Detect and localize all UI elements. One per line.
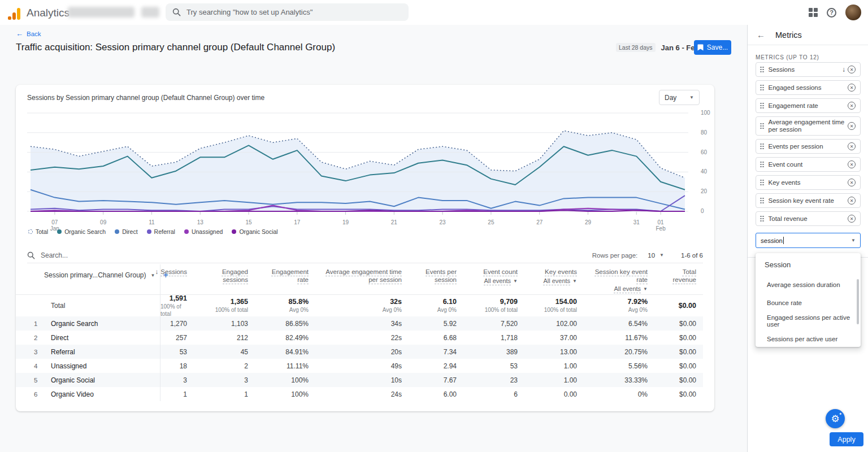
drag-handle-icon[interactable]	[760, 103, 764, 109]
metric-option[interactable]: Engaged sessions per active user	[767, 312, 855, 330]
table-row[interactable]: 1Organic Search1,2701,10386.85%34s5.927,…	[16, 316, 703, 331]
remove-metric-icon[interactable]: ✕	[848, 102, 856, 110]
column-header-key-events[interactable]: Key eventsAll events▼	[518, 264, 577, 294]
channel-name[interactable]: Organic Video	[46, 387, 160, 401]
dimension-selector[interactable]: Session primary...Channel Group) ▼ +	[44, 270, 168, 280]
drag-handle-icon[interactable]	[760, 123, 764, 129]
metric-option[interactable]: Average session duration	[767, 276, 855, 294]
insights-fab[interactable]: ⚙ ✦	[826, 409, 845, 428]
row-number: 2	[27, 331, 46, 345]
metric-option[interactable]: Bounce rate	[767, 294, 855, 312]
help-icon[interactable]: ?	[827, 8, 836, 18]
channel-name[interactable]: Unassigned	[46, 359, 160, 373]
column-header-events-per-session[interactable]: Events per session	[402, 264, 457, 294]
apply-button[interactable]: Apply	[830, 432, 863, 446]
channel-name[interactable]: Referral	[46, 345, 160, 359]
metric-value: 0.00	[518, 387, 577, 401]
metric-chip-engagement-rate[interactable]: Engagement rate✕	[756, 98, 861, 113]
metric-value: 0%	[577, 387, 648, 401]
chart-legend: TotalOrganic SearchDirectReferralUnassig…	[28, 228, 278, 235]
analytics-logo[interactable]: Analytics	[8, 5, 70, 20]
chevron-down-icon: ▼	[689, 95, 694, 100]
y-tick: 60	[701, 149, 707, 155]
add-dimension-button[interactable]: +	[163, 270, 168, 280]
row-number: 5	[27, 373, 46, 387]
table-row[interactable]: 3Referral534584.91%20s7.3438913.0020.75%…	[16, 345, 703, 359]
back-link[interactable]: ← Back	[16, 29, 41, 38]
chevron-down-icon[interactable]: ▼	[659, 253, 664, 258]
remove-metric-icon[interactable]: ✕	[848, 142, 856, 150]
metric-chip-average-engagement-time-per-session[interactable]: Average engagement time per session✕	[756, 116, 861, 136]
analytics-logo-icon	[8, 7, 20, 20]
metric-chip-key-events[interactable]: Key events✕	[756, 175, 861, 190]
event-filter-select[interactable]: All events▼	[484, 277, 518, 284]
avatar[interactable]	[845, 5, 861, 20]
event-filter-select[interactable]: All events▼	[543, 277, 577, 284]
remove-metric-icon[interactable]: ✕	[848, 197, 856, 205]
metric-search-input[interactable]: session ▼	[756, 233, 861, 248]
metric-chip-sessions[interactable]: Sessions↓✕	[756, 62, 861, 77]
drag-handle-icon[interactable]	[760, 198, 764, 204]
panel-back-arrow-icon[interactable]: ←	[757, 30, 765, 40]
page-title: Traffic acquisition: Session primary cha…	[16, 42, 335, 53]
legend-marker-icon	[57, 229, 62, 234]
drag-handle-icon[interactable]	[760, 180, 764, 186]
remove-metric-icon[interactable]: ✕	[848, 215, 856, 223]
metric-value: 6	[457, 387, 518, 401]
date-range-preset[interactable]: Last 28 days	[616, 43, 656, 52]
table-row[interactable]: 4Unassigned18211.11%49s2.94531.005.56%$0…	[16, 359, 703, 373]
channel-name[interactable]: Direct	[46, 331, 160, 345]
table-row[interactable]: 2Direct25721282.49%22s6.681,71837.0011.6…	[16, 331, 703, 345]
total-metric-value: 9,709100% of total	[457, 295, 518, 316]
column-header-total-revenue[interactable]: Total revenue	[648, 264, 696, 294]
drag-handle-icon[interactable]	[760, 162, 764, 168]
property-name-redacted[interactable]	[141, 7, 159, 18]
drag-handle-icon[interactable]	[760, 67, 764, 73]
column-header-event-count[interactable]: Event countAll events▼	[457, 264, 518, 294]
remove-metric-icon[interactable]: ✕	[848, 179, 856, 186]
drag-handle-icon[interactable]	[760, 85, 764, 91]
column-header-engagement-rate[interactable]: Engagement rate	[248, 264, 309, 294]
rows-per-page-select[interactable]: 10	[648, 252, 655, 259]
remove-metric-icon[interactable]: ✕	[848, 84, 856, 92]
metric-chip-session-key-event-rate[interactable]: Session key event rate✕	[756, 193, 861, 208]
global-search-input[interactable]: Try searching "how to set up Analytics"	[166, 3, 409, 21]
metric-value: 2	[187, 359, 248, 373]
remove-metric-icon[interactable]: ✕	[848, 122, 856, 130]
column-header-average-engagement-time-per-session[interactable]: Average engagement time per session	[309, 264, 402, 294]
column-header-engaged-sessions[interactable]: Engaged sessions	[187, 264, 248, 294]
remove-metric-icon[interactable]: ✕	[848, 160, 856, 168]
channel-name[interactable]: Organic Search	[46, 316, 160, 331]
event-filter-select[interactable]: All events▼	[614, 285, 648, 292]
apps-grid-icon[interactable]	[809, 8, 818, 17]
metric-value: 53	[160, 345, 187, 359]
remove-metric-icon[interactable]: ✕	[848, 66, 856, 73]
metric-option[interactable]: Sessions per active user	[767, 330, 855, 348]
granularity-select[interactable]: Day ▼	[659, 90, 700, 105]
legend-item-referral: Referral	[147, 228, 175, 235]
chevron-down-icon: ▼	[513, 279, 518, 284]
table-row[interactable]: 6Organic Video11100%24s6.0060.000%$0.00	[16, 387, 703, 401]
drag-handle-icon[interactable]	[760, 144, 764, 150]
x-tick: 13	[189, 219, 211, 225]
account-name-redacted[interactable]	[68, 7, 134, 18]
dropdown-scrollbar[interactable]	[857, 279, 859, 324]
metric-value: 13.00	[518, 345, 577, 359]
save-button[interactable]: Save...	[694, 40, 731, 55]
metric-value: 257	[160, 331, 187, 345]
metric-chip-event-count[interactable]: Event count✕	[756, 157, 861, 172]
metric-chip-engaged-sessions[interactable]: Engaged sessions✕	[756, 80, 861, 95]
metric-value: 3	[160, 373, 187, 387]
table-row[interactable]: 5Organic Social33100%10s7.67231.0033.33%…	[16, 373, 703, 387]
metric-value: 11.67%	[577, 331, 648, 345]
panel-title: Metrics	[775, 31, 802, 40]
total-metric-value: $0.00	[648, 295, 696, 316]
table-total-row: Total 1,591100% of total1,365100% of tot…	[16, 295, 703, 316]
metric-chip-total-revenue[interactable]: Total revenue✕	[756, 211, 861, 226]
drag-handle-icon[interactable]	[760, 216, 764, 222]
report-card: Sessions by Session primary channel grou…	[16, 85, 714, 411]
metric-chip-events-per-session[interactable]: Events per session✕	[756, 139, 861, 154]
channel-name[interactable]: Organic Social	[46, 373, 160, 387]
table-search-input[interactable]: Search...	[27, 251, 68, 259]
column-header-session-key-event-rate[interactable]: Session key event rateAll events▼	[577, 264, 648, 294]
